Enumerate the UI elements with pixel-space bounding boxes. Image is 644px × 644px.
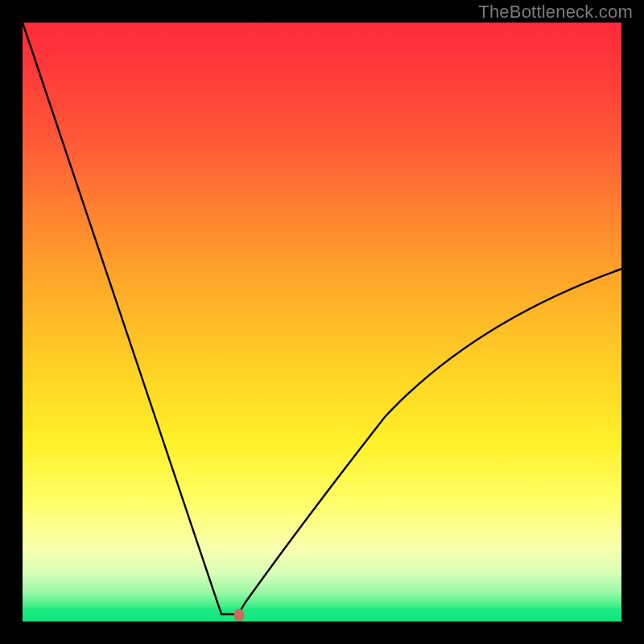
curve-path: [23, 23, 621, 614]
bottleneck-curve: [23, 23, 621, 621]
plot-area: [23, 23, 621, 621]
watermark-text: TheBottleneck.com: [478, 2, 633, 23]
chart-frame: TheBottleneck.com: [0, 0, 644, 644]
optimum-marker-icon: [234, 609, 245, 621]
